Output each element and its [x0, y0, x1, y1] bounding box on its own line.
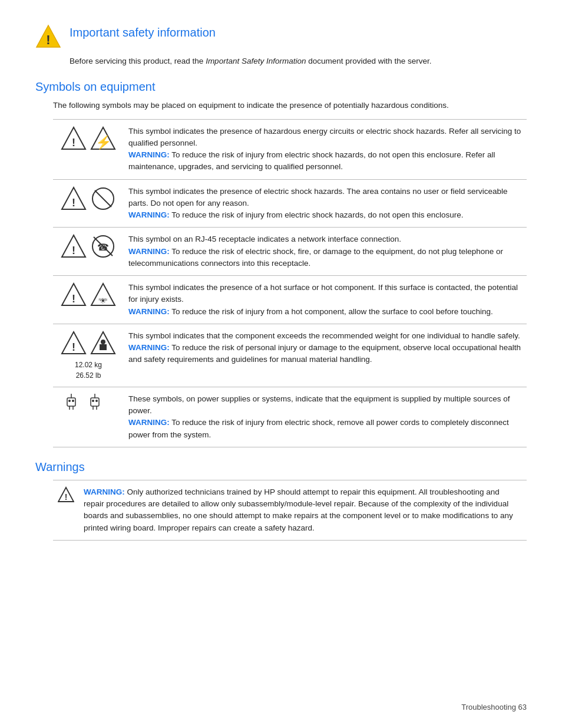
symbols-section-intro: The following symbols may be placed on e…: [53, 100, 527, 111]
svg-rect-23: [100, 344, 107, 350]
svg-rect-25: [67, 398, 75, 406]
warning-triangle-icon-2: !: [61, 186, 87, 212]
page-footer: Troubleshooting 63: [461, 703, 527, 711]
symbols-table: ! ⚡ This symbol indicates the presence o…: [53, 119, 527, 447]
svg-line-9: [95, 190, 111, 207]
svg-text:!: !: [72, 341, 75, 353]
svg-point-29: [68, 400, 71, 402]
power-plug-icon-2: [90, 393, 111, 411]
important-safety-body: Before servicing this product, read the …: [70, 55, 527, 67]
no-phone-icon: ☎: [90, 233, 116, 259]
symbol-row-1-text: This symbol indicates the presence of ha…: [124, 119, 527, 179]
symbols-section-title: Symbols on equipment: [35, 80, 527, 94]
svg-rect-31: [91, 398, 99, 406]
lightning-triangle-icon: ⚡: [90, 126, 116, 151]
svg-point-30: [72, 400, 74, 402]
warning-triangle-icon-5: !: [61, 330, 87, 356]
symbol-row-6-text: These symbols, on power supplies or syst…: [124, 387, 527, 447]
svg-point-35: [92, 400, 94, 402]
svg-text:≈≈≈: ≈≈≈: [99, 297, 108, 302]
symbol-icon-cell-6: [53, 387, 124, 447]
svg-text:⚡: ⚡: [95, 134, 112, 150]
warning-triangle-small-icon: !: [58, 486, 74, 503]
caution-icon-large: !: [35, 24, 61, 50]
svg-text:!: !: [72, 137, 75, 149]
symbol-icon-cell-2: !: [53, 179, 124, 228]
hazard-triangle-icon: !: [61, 126, 87, 151]
warnings-section-title: Warnings: [35, 460, 527, 474]
important-safety-section: ! Important safety information: [35, 24, 527, 50]
symbol-row-hazardous: ! ⚡ This symbol indicates the presence o…: [53, 119, 527, 179]
symbol-row-hot: ! ☀ ≈≈≈ This symbol indicates the presen…: [53, 276, 527, 324]
symbol-row-electric-shock: ! This symbol indicates the presence of …: [53, 179, 527, 228]
no-service-icon: [90, 186, 116, 212]
warning-row-1: ! WARNING: Only authorized technicians t…: [53, 480, 527, 540]
weight-label: 12.02 kg 26.52 lb: [58, 360, 119, 381]
warnings-table: ! WARNING: Only authorized technicians t…: [53, 480, 527, 541]
symbol-row-2-text: This symbol indicates the presence of el…: [124, 179, 527, 228]
heavy-weight-icon: [90, 330, 116, 356]
svg-text:!: !: [65, 492, 68, 502]
svg-text:!: !: [72, 197, 75, 209]
svg-point-24: [101, 340, 105, 344]
warning-triangle-icon-3: !: [61, 233, 87, 259]
symbol-icon-cell-1: ! ⚡: [53, 119, 124, 179]
svg-point-36: [95, 400, 98, 402]
warning-triangle-icon-4: !: [61, 282, 87, 308]
important-safety-title: Important safety information: [70, 26, 216, 39]
svg-text:!: !: [72, 293, 75, 305]
svg-text:!: !: [46, 32, 50, 47]
power-plug-icon-1: [66, 393, 87, 411]
symbol-icon-cell-4: ! ☀ ≈≈≈: [53, 276, 124, 324]
symbol-row-power: These symbols, on power supplies or syst…: [53, 387, 527, 447]
warning-row-1-text: WARNING: Only authorized technicians tra…: [79, 480, 527, 540]
symbol-icon-cell-3: ! ☎: [53, 228, 124, 276]
svg-line-14: [94, 237, 113, 256]
symbol-row-network: ! ☎ This symbol on an RJ-45 receptacle i…: [53, 228, 527, 276]
svg-text:!: !: [72, 245, 75, 256]
symbol-row-4-text: This symbol indicates the presence of a …: [124, 276, 527, 324]
symbol-row-5-text: This symbol indicates that the component…: [124, 324, 527, 387]
symbol-row-3-text: This symbol on an RJ-45 receptacle indic…: [124, 228, 527, 276]
symbol-icon-cell-5: ! 12.02 kg 26.52 lb: [53, 324, 124, 387]
symbol-row-weight: ! 12.02 kg 26.52 lb This symbol indicate…: [53, 324, 527, 387]
warning-icon-cell: !: [53, 480, 79, 540]
hot-surface-icon: ☀ ≈≈≈: [90, 282, 116, 308]
